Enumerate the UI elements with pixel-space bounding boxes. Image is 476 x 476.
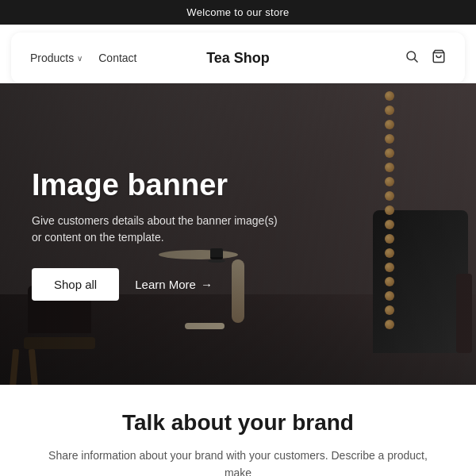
brand-section: Talk about your brand Share information … [0, 385, 476, 476]
shop-all-button[interactable]: Shop all [32, 268, 119, 301]
hero-banner: Image banner Give customers details abou… [0, 83, 476, 385]
announcement-text: Welcome to our store [186, 6, 289, 18]
nav-contact-button[interactable]: Contact [98, 52, 136, 64]
site-title: Tea Shop [206, 50, 270, 67]
nav-left: Products ∨ Contact [30, 52, 137, 64]
search-icon[interactable] [405, 49, 419, 67]
learn-more-button[interactable]: Learn More → [135, 278, 213, 291]
brand-description: Share information about your brand with … [48, 447, 428, 476]
brand-title: Talk about your brand [24, 410, 452, 436]
products-label: Products [30, 52, 74, 64]
hero-buttons: Shop all Learn More → [32, 268, 444, 301]
svg-line-1 [414, 59, 417, 62]
hero-title: Image banner [32, 167, 444, 204]
navbar: Products ∨ Contact Tea Shop [11, 33, 465, 83]
contact-label: Contact [98, 52, 136, 64]
cart-icon[interactable] [432, 49, 446, 67]
svg-point-0 [407, 52, 416, 60]
nav-products-button[interactable]: Products ∨ [30, 52, 83, 64]
learn-more-label: Learn More [135, 278, 196, 291]
learn-more-arrow-icon: → [201, 278, 213, 291]
announcement-bar: Welcome to our store [0, 0, 476, 25]
nav-right [405, 49, 446, 67]
hero-subtitle: Give customers details about the banner … [32, 213, 286, 246]
products-chevron-icon: ∨ [77, 54, 83, 63]
hero-content: Image banner Give customers details abou… [0, 83, 476, 385]
